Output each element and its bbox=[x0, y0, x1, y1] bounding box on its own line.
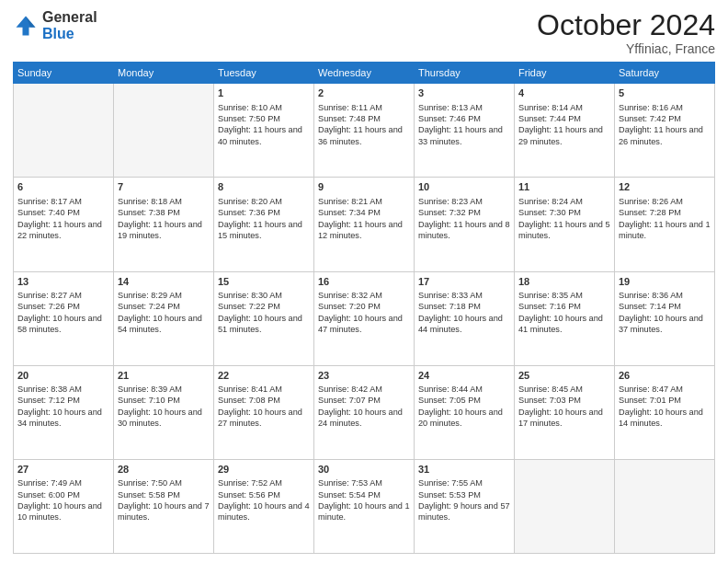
day-number: 25 bbox=[518, 369, 610, 383]
day-number: 14 bbox=[118, 275, 210, 289]
header: General Blue October 2024 Yffiniac, Fran… bbox=[13, 9, 715, 56]
day-number: 26 bbox=[619, 369, 711, 383]
day-number: 24 bbox=[418, 369, 510, 383]
calendar-cell bbox=[114, 84, 214, 178]
calendar-cell: 5Sunrise: 8:16 AMSunset: 7:42 PMDaylight… bbox=[615, 84, 715, 178]
weekday-header-row: SundayMondayTuesdayWednesdayThursdayFrid… bbox=[14, 63, 715, 84]
day-number: 12 bbox=[619, 180, 711, 194]
day-number: 31 bbox=[418, 463, 510, 477]
day-number: 11 bbox=[518, 180, 610, 194]
calendar-cell: 13Sunrise: 8:27 AMSunset: 7:26 PMDayligh… bbox=[14, 271, 114, 365]
cell-info: Sunrise: 8:24 AMSunset: 7:30 PMDaylight:… bbox=[518, 196, 610, 242]
cell-info: Sunrise: 8:10 AMSunset: 7:50 PMDaylight:… bbox=[218, 102, 310, 148]
calendar-cell: 16Sunrise: 8:32 AMSunset: 7:20 PMDayligh… bbox=[314, 271, 415, 365]
calendar-cell bbox=[615, 459, 715, 553]
cell-info: Sunrise: 8:36 AMSunset: 7:14 PMDaylight:… bbox=[619, 290, 711, 336]
cell-info: Sunrise: 7:49 AMSunset: 6:00 PMDaylight:… bbox=[17, 477, 109, 523]
calendar-cell: 15Sunrise: 8:30 AMSunset: 7:22 PMDayligh… bbox=[214, 271, 314, 365]
calendar-cell: 24Sunrise: 8:44 AMSunset: 7:05 PMDayligh… bbox=[415, 365, 515, 459]
day-number: 19 bbox=[619, 275, 711, 289]
cell-info: Sunrise: 8:38 AMSunset: 7:12 PMDaylight:… bbox=[17, 384, 109, 430]
day-number: 1 bbox=[218, 86, 310, 100]
calendar-cell bbox=[515, 459, 615, 553]
calendar-cell: 9Sunrise: 8:21 AMSunset: 7:34 PMDaylight… bbox=[314, 178, 415, 271]
cell-info: Sunrise: 8:45 AMSunset: 7:03 PMDaylight:… bbox=[518, 384, 610, 430]
day-number: 2 bbox=[318, 86, 410, 100]
day-number: 17 bbox=[418, 275, 510, 289]
day-number: 29 bbox=[218, 463, 310, 477]
cell-info: Sunrise: 8:23 AMSunset: 7:32 PMDaylight:… bbox=[418, 196, 510, 242]
weekday-header-wednesday: Wednesday bbox=[314, 63, 415, 84]
day-number: 6 bbox=[17, 180, 109, 194]
calendar-cell: 28Sunrise: 7:50 AMSunset: 5:58 PMDayligh… bbox=[114, 459, 214, 553]
calendar-cell: 14Sunrise: 8:29 AMSunset: 7:24 PMDayligh… bbox=[114, 271, 214, 365]
calendar-cell: 10Sunrise: 8:23 AMSunset: 7:32 PMDayligh… bbox=[415, 178, 515, 271]
calendar-cell: 6Sunrise: 8:17 AMSunset: 7:40 PMDaylight… bbox=[14, 178, 114, 271]
calendar-cell: 17Sunrise: 8:33 AMSunset: 7:18 PMDayligh… bbox=[415, 271, 515, 365]
calendar-week-row: 6Sunrise: 8:17 AMSunset: 7:40 PMDaylight… bbox=[14, 178, 715, 271]
calendar-cell: 19Sunrise: 8:36 AMSunset: 7:14 PMDayligh… bbox=[615, 271, 715, 365]
weekday-header-thursday: Thursday bbox=[415, 63, 515, 84]
weekday-header-sunday: Sunday bbox=[14, 63, 114, 84]
day-number: 9 bbox=[318, 180, 410, 194]
title-block: October 2024 Yffiniac, France bbox=[537, 9, 715, 56]
cell-info: Sunrise: 8:41 AMSunset: 7:08 PMDaylight:… bbox=[218, 384, 310, 430]
calendar-week-row: 27Sunrise: 7:49 AMSunset: 6:00 PMDayligh… bbox=[14, 459, 715, 553]
day-number: 16 bbox=[318, 275, 410, 289]
cell-info: Sunrise: 8:16 AMSunset: 7:42 PMDaylight:… bbox=[619, 102, 711, 148]
cell-info: Sunrise: 7:55 AMSunset: 5:53 PMDaylight:… bbox=[418, 477, 510, 523]
day-number: 28 bbox=[118, 463, 210, 477]
calendar-cell: 26Sunrise: 8:47 AMSunset: 7:01 PMDayligh… bbox=[615, 365, 715, 459]
cell-info: Sunrise: 8:26 AMSunset: 7:28 PMDaylight:… bbox=[619, 196, 711, 242]
calendar-cell: 23Sunrise: 8:42 AMSunset: 7:07 PMDayligh… bbox=[314, 365, 415, 459]
day-number: 22 bbox=[218, 369, 310, 383]
calendar-week-row: 13Sunrise: 8:27 AMSunset: 7:26 PMDayligh… bbox=[14, 271, 715, 365]
calendar-cell: 18Sunrise: 8:35 AMSunset: 7:16 PMDayligh… bbox=[515, 271, 615, 365]
calendar-cell: 11Sunrise: 8:24 AMSunset: 7:30 PMDayligh… bbox=[515, 178, 615, 271]
calendar-cell: 2Sunrise: 8:11 AMSunset: 7:48 PMDaylight… bbox=[314, 84, 415, 178]
day-number: 15 bbox=[218, 275, 310, 289]
cell-info: Sunrise: 8:13 AMSunset: 7:46 PMDaylight:… bbox=[418, 102, 510, 148]
logo: General Blue bbox=[13, 9, 97, 41]
cell-info: Sunrise: 8:29 AMSunset: 7:24 PMDaylight:… bbox=[118, 290, 210, 336]
day-number: 8 bbox=[218, 180, 310, 194]
day-number: 18 bbox=[518, 275, 610, 289]
cell-info: Sunrise: 8:11 AMSunset: 7:48 PMDaylight:… bbox=[318, 102, 410, 148]
calendar-cell: 30Sunrise: 7:53 AMSunset: 5:54 PMDayligh… bbox=[314, 459, 415, 553]
calendar-cell: 31Sunrise: 7:55 AMSunset: 5:53 PMDayligh… bbox=[415, 459, 515, 553]
calendar-cell: 8Sunrise: 8:20 AMSunset: 7:36 PMDaylight… bbox=[214, 178, 314, 271]
day-number: 27 bbox=[17, 463, 109, 477]
cell-info: Sunrise: 8:27 AMSunset: 7:26 PMDaylight:… bbox=[17, 290, 109, 336]
weekday-header-friday: Friday bbox=[515, 63, 615, 84]
calendar-cell: 21Sunrise: 8:39 AMSunset: 7:10 PMDayligh… bbox=[114, 365, 214, 459]
calendar-week-row: 1Sunrise: 8:10 AMSunset: 7:50 PMDaylight… bbox=[14, 84, 715, 178]
day-number: 20 bbox=[17, 369, 109, 383]
location: Yffiniac, France bbox=[537, 41, 715, 56]
cell-info: Sunrise: 7:53 AMSunset: 5:54 PMDaylight:… bbox=[318, 477, 410, 523]
month-title: October 2024 bbox=[537, 9, 715, 41]
weekday-header-saturday: Saturday bbox=[615, 63, 715, 84]
cell-info: Sunrise: 8:39 AMSunset: 7:10 PMDaylight:… bbox=[118, 384, 210, 430]
calendar-week-row: 20Sunrise: 8:38 AMSunset: 7:12 PMDayligh… bbox=[14, 365, 715, 459]
cell-info: Sunrise: 8:35 AMSunset: 7:16 PMDaylight:… bbox=[518, 290, 610, 336]
cell-info: Sunrise: 8:32 AMSunset: 7:20 PMDaylight:… bbox=[318, 290, 410, 336]
cell-info: Sunrise: 8:42 AMSunset: 7:07 PMDaylight:… bbox=[318, 384, 410, 430]
cell-info: Sunrise: 8:14 AMSunset: 7:44 PMDaylight:… bbox=[518, 102, 610, 148]
calendar-cell: 1Sunrise: 8:10 AMSunset: 7:50 PMDaylight… bbox=[214, 84, 314, 178]
calendar-cell: 3Sunrise: 8:13 AMSunset: 7:46 PMDaylight… bbox=[415, 84, 515, 178]
cell-info: Sunrise: 8:17 AMSunset: 7:40 PMDaylight:… bbox=[17, 196, 109, 242]
calendar-cell: 29Sunrise: 7:52 AMSunset: 5:56 PMDayligh… bbox=[214, 459, 314, 553]
cell-info: Sunrise: 8:18 AMSunset: 7:38 PMDaylight:… bbox=[118, 196, 210, 242]
day-number: 13 bbox=[17, 275, 109, 289]
logo-general-text: General bbox=[42, 9, 97, 26]
logo-blue-text: Blue bbox=[42, 26, 97, 42]
calendar-cell: 20Sunrise: 8:38 AMSunset: 7:12 PMDayligh… bbox=[14, 365, 114, 459]
day-number: 23 bbox=[318, 369, 410, 383]
calendar-cell: 4Sunrise: 8:14 AMSunset: 7:44 PMDaylight… bbox=[515, 84, 615, 178]
day-number: 30 bbox=[318, 463, 410, 477]
calendar-page: General Blue October 2024 Yffiniac, Fran… bbox=[0, 0, 728, 563]
calendar-cell: 25Sunrise: 8:45 AMSunset: 7:03 PMDayligh… bbox=[515, 365, 615, 459]
day-number: 7 bbox=[118, 180, 210, 194]
calendar-cell bbox=[14, 84, 114, 178]
day-number: 3 bbox=[418, 86, 510, 100]
